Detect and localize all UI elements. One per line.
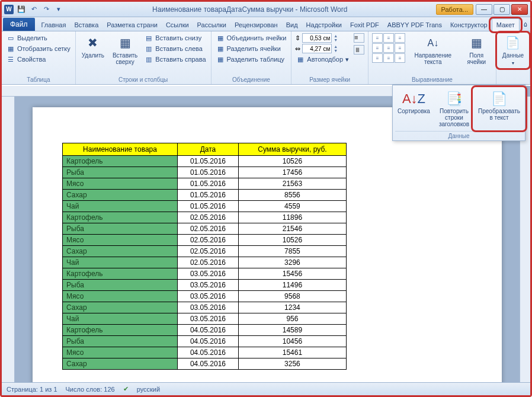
file-tab[interactable]: Файл — [3, 18, 35, 31]
table-row[interactable]: Сахар04.05.20163256 — [63, 358, 347, 370]
cell-date[interactable]: 02.05.2016 — [178, 246, 239, 257]
cell-sum[interactable]: 11496 — [238, 280, 346, 291]
col-date[interactable]: Дата — [178, 143, 239, 156]
select-button[interactable]: ▭Выделить — [5, 33, 72, 43]
status-proof-icon[interactable]: ✔ — [123, 385, 129, 393]
sort-button[interactable]: A↓Z Сортировка — [395, 89, 432, 129]
cell-date[interactable]: 04.05.2016 — [178, 325, 239, 336]
repeat-header-button[interactable]: 📑 Повторить строки заголовков — [432, 89, 476, 129]
table-row[interactable]: Мясо02.05.201610526 — [63, 235, 347, 246]
status-words[interactable]: Число слов: 126 — [66, 386, 115, 393]
cell-name[interactable]: Рыба — [63, 336, 178, 347]
insert-left-button[interactable]: ▥Вставить слева — [143, 44, 207, 53]
status-page[interactable]: Страница: 1 из 1 — [7, 386, 57, 393]
data-button[interactable]: 📄 Данные ▾ — [500, 33, 526, 68]
cell-date[interactable]: 01.05.2016 — [178, 178, 239, 190]
cell-name[interactable]: Картофель — [63, 212, 178, 223]
cell-name[interactable]: Картофель — [63, 268, 178, 280]
col-width-field[interactable] — [302, 44, 332, 53]
cell-margins-button[interactable]: ▦ Поля ячейки — [461, 33, 492, 66]
row-height-input[interactable]: ⇕ ▲▼ — [295, 33, 350, 43]
insert-above-button[interactable]: ▦ Вставить сверху — [110, 33, 140, 66]
col-name[interactable]: Наименование товара — [63, 143, 178, 156]
cell-name[interactable]: Чай — [63, 313, 178, 325]
tab-mailings[interactable]: Рассылки — [193, 19, 230, 31]
table-row[interactable]: Сахар02.05.20167855 — [63, 246, 347, 257]
cell-date[interactable]: 01.05.2016 — [178, 201, 239, 212]
data-table[interactable]: Наименование товара Дата Сумма выручки, … — [62, 143, 347, 370]
cell-date[interactable]: 02.05.2016 — [178, 223, 239, 235]
context-tab-label[interactable]: Работа... — [436, 4, 473, 15]
split-table-button[interactable]: ▦Разделить таблицу — [215, 55, 288, 64]
cell-sum[interactable]: 15461 — [238, 347, 346, 358]
tab-page-layout[interactable]: Разметка страни — [102, 19, 162, 31]
cell-sum[interactable]: 10456 — [238, 336, 346, 347]
table-row[interactable]: Сахар03.05.20161234 — [63, 302, 347, 313]
cell-name[interactable]: Картофель — [63, 325, 178, 336]
tab-design[interactable]: Конструктор — [446, 19, 492, 31]
cell-name[interactable]: Сахар — [63, 358, 178, 370]
autofit-button[interactable]: ▦Автоподбор ▾ — [295, 55, 350, 64]
cell-date[interactable]: 01.05.2016 — [178, 156, 239, 167]
cell-date[interactable]: 03.05.2016 — [178, 302, 239, 313]
cell-name[interactable]: Рыба — [63, 280, 178, 291]
row-height-field[interactable] — [302, 33, 332, 43]
vertical-ruler[interactable] — [2, 97, 15, 382]
cell-date[interactable]: 02.05.2016 — [178, 212, 239, 223]
table-row[interactable]: Рыба02.05.201621546 — [63, 223, 347, 235]
split-cells-button[interactable]: ▦Разделить ячейки — [215, 44, 288, 53]
cell-sum[interactable]: 956 — [238, 313, 346, 325]
table-row[interactable]: Чай01.05.20164559 — [63, 201, 347, 212]
table-row[interactable]: Мясо01.05.201621563 — [63, 178, 347, 190]
close-button[interactable]: ✕ — [511, 4, 528, 15]
qat-custom-icon[interactable]: ▾ — [53, 4, 64, 15]
tab-foxit[interactable]: Foxit PDF — [346, 19, 383, 31]
cell-sum[interactable]: 1234 — [238, 302, 346, 313]
cell-date[interactable]: 03.05.2016 — [178, 291, 239, 302]
status-language[interactable]: русский — [137, 386, 160, 393]
cell-date[interactable]: 03.05.2016 — [178, 280, 239, 291]
cell-name[interactable]: Сахар — [63, 302, 178, 313]
cell-sum[interactable]: 9568 — [238, 291, 346, 302]
ribbon-minimize-icon[interactable]: ۵ — [520, 18, 531, 31]
cell-name[interactable]: Рыба — [63, 167, 178, 178]
cell-sum[interactable]: 17456 — [238, 167, 346, 178]
tab-abbyy[interactable]: ABBYY PDF Trans — [383, 19, 446, 31]
cell-sum[interactable]: 21563 — [238, 178, 346, 190]
properties-button[interactable]: ☰Свойства — [5, 55, 72, 64]
cell-sum[interactable]: 14589 — [238, 325, 346, 336]
merge-cells-button[interactable]: ▦Объединить ячейки — [215, 33, 288, 43]
tab-addins[interactable]: Надстройки — [302, 19, 346, 31]
text-direction-button[interactable]: A↓ Направление текста — [409, 33, 457, 66]
cell-name[interactable]: Мясо — [63, 235, 178, 246]
cell-name[interactable]: Картофель — [63, 156, 178, 167]
cell-date[interactable]: 04.05.2016 — [178, 347, 239, 358]
cell-sum[interactable]: 21546 — [238, 223, 346, 235]
table-row[interactable]: Сахар01.05.20168556 — [63, 190, 347, 201]
cell-date[interactable]: 04.05.2016 — [178, 336, 239, 347]
cell-date[interactable]: 03.05.2016 — [178, 313, 239, 325]
cell-date[interactable]: 04.05.2016 — [178, 358, 239, 370]
cell-sum[interactable]: 10526 — [238, 156, 346, 167]
tab-references[interactable]: Ссылки — [162, 19, 193, 31]
col-width-input[interactable]: ⇔ ▲▼ — [295, 44, 350, 53]
distribute-rows-icon[interactable]: ≡ — [354, 33, 364, 43]
col-sum[interactable]: Сумма выручки, руб. — [238, 143, 346, 156]
cell-sum[interactable]: 10526 — [238, 235, 346, 246]
table-row[interactable]: Мясо04.05.201615461 — [63, 347, 347, 358]
cell-name[interactable]: Чай — [63, 257, 178, 268]
distribute-cols-icon[interactable]: ⫼ — [354, 45, 364, 55]
tab-layout[interactable]: Макет — [492, 18, 520, 31]
tab-insert[interactable]: Вставка — [70, 19, 102, 31]
delete-button[interactable]: ✖ Удалить — [79, 33, 107, 60]
table-row[interactable]: Рыба03.05.201611496 — [63, 280, 347, 291]
table-row[interactable]: Чай03.05.2016956 — [63, 313, 347, 325]
table-row[interactable]: Мясо03.05.20169568 — [63, 291, 347, 302]
insert-below-button[interactable]: ▤Вставить снизу — [143, 33, 207, 43]
cell-sum[interactable]: 3256 — [238, 358, 346, 370]
view-gridlines-button[interactable]: ▦Отобразить сетку — [5, 44, 72, 53]
save-icon[interactable]: 💾 — [16, 4, 27, 15]
minimize-button[interactable]: — — [476, 4, 492, 15]
table-row[interactable]: Картофель04.05.201614589 — [63, 325, 347, 336]
convert-to-text-button[interactable]: 📄 Преобразовать в текст — [476, 89, 523, 129]
